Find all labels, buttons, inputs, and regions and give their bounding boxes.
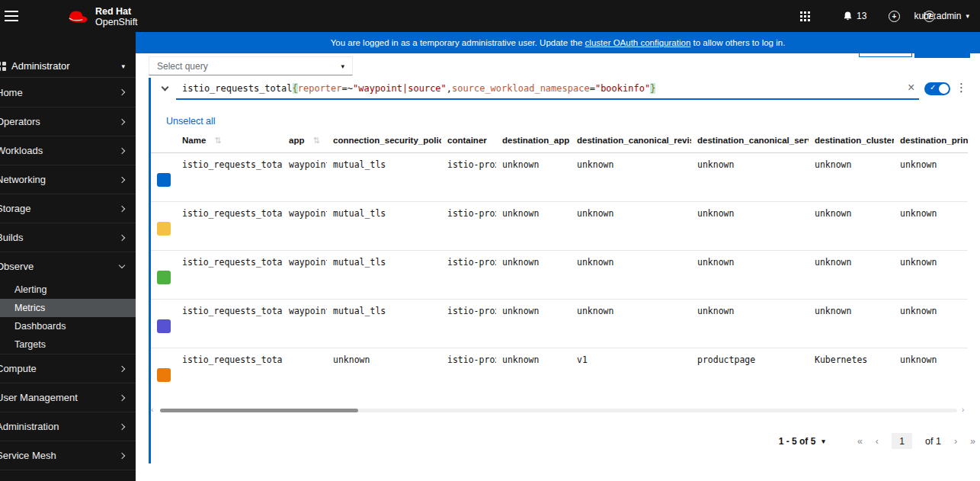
- table-cell: unknown: [571, 202, 691, 251]
- series-color-swatch[interactable]: [157, 173, 171, 187]
- query-segment-op: ,: [447, 83, 452, 94]
- table-cell: [283, 348, 327, 397]
- run-queries-button-partial[interactable]: [914, 53, 970, 58]
- chevron-right-icon: [119, 423, 125, 429]
- column-header-connection-security-policy[interactable]: connection_security_policy⇅: [327, 131, 441, 153]
- sidebar-item-storage[interactable]: Storage: [0, 194, 136, 223]
- pagination: 1 - 5 of 5 ▾ « ‹ 1 of 1 › »: [779, 433, 975, 449]
- cluster-oauth-configuration-link[interactable]: cluster OAuth configuration: [585, 38, 691, 47]
- sidebar-item-operators[interactable]: Operators: [0, 107, 136, 136]
- sidebar-item-label: Compute: [0, 363, 37, 374]
- query-segment-brace: }: [650, 83, 655, 94]
- query-enabled-toggle[interactable]: ✓: [924, 82, 950, 95]
- column-header-label: container: [447, 136, 487, 145]
- pagination-range-dropdown[interactable]: 1 - 5 of 5 ▾: [779, 436, 825, 447]
- query-expression-input[interactable]: istio_requests_total{reporter=~"waypoint…: [176, 78, 919, 100]
- chevron-right-icon: [119, 205, 125, 211]
- sidebar-item-label: Observe: [0, 261, 34, 272]
- previous-page-icon[interactable]: ‹: [876, 436, 879, 447]
- column-header-app[interactable]: app⇅: [283, 131, 327, 153]
- sidebar-item-observe[interactable]: Observe: [0, 252, 136, 281]
- scrollbar-thumb[interactable]: [160, 409, 358, 412]
- series-color-swatch[interactable]: [157, 271, 171, 284]
- table-cell: unknown: [327, 348, 441, 397]
- series-swatch-cell: [151, 202, 176, 251]
- table-cell: waypoint: [283, 300, 327, 348]
- table-row: istio_requests_totalwaypointmutual_tlsis…: [151, 300, 968, 348]
- add-button[interactable]: +: [889, 0, 900, 32]
- sidebar-item-label: Operators: [0, 116, 40, 127]
- table-cell: istio-proxy: [441, 300, 496, 348]
- sidebar-item-compute[interactable]: Compute: [0, 354, 136, 383]
- page-of-label: of 1: [925, 436, 941, 447]
- notifications-button[interactable]: 13: [843, 0, 866, 32]
- column-header-destination-principal[interactable]: destination_principal⇅: [894, 131, 968, 153]
- column-header-name[interactable]: Name⇅: [176, 131, 283, 153]
- sidebar-item-label: Builds: [0, 232, 23, 243]
- column-header-destination-cluster[interactable]: destination_cluster⇅: [809, 131, 894, 153]
- table-cell: Kubernetes: [809, 348, 894, 397]
- sidebar-nav: HomeOperatorsWorkloadsNetworkingStorageB…: [0, 78, 136, 470]
- sidebar-item-targets[interactable]: Targets: [0, 335, 136, 354]
- sidebar-item-label: Administration: [0, 421, 59, 432]
- banner-text-after: to allow others to log in.: [690, 38, 785, 47]
- scroll-left-icon[interactable]: ‹: [151, 406, 153, 414]
- user-name: kube:admin: [914, 11, 961, 21]
- first-page-icon[interactable]: «: [857, 436, 863, 447]
- kebab-menu-icon[interactable]: ⋮: [956, 81, 967, 95]
- sidebar-item-service-mesh[interactable]: Service Mesh: [0, 441, 136, 470]
- table-cell: unknown: [894, 251, 968, 300]
- sidebar-item-home[interactable]: Home: [0, 78, 136, 107]
- column-header-destination-app[interactable]: destination_app⇅: [496, 131, 571, 153]
- table-cell: unknown: [496, 300, 571, 348]
- scroll-right-icon[interactable]: ›: [962, 406, 964, 414]
- sidebar-item-workloads[interactable]: Workloads: [0, 136, 136, 165]
- query-segment-label: source_workload_namespace: [452, 83, 590, 94]
- column-header-destination-canonical-revision[interactable]: destination_canonical_revision⇅: [571, 131, 691, 153]
- table-cell: unknown: [571, 251, 691, 300]
- clear-query-icon[interactable]: ×: [908, 81, 914, 95]
- sidebar-item-administration[interactable]: Administration: [0, 412, 136, 441]
- perspective-label: Administrator: [11, 60, 70, 72]
- table-cell: unknown: [571, 300, 691, 348]
- sidebar-item-alerting[interactable]: Alerting: [0, 281, 136, 299]
- next-page-icon[interactable]: ›: [954, 436, 957, 447]
- user-menu[interactable]: kube:admin ▾: [908, 0, 969, 32]
- table-cell: productpage: [691, 348, 809, 397]
- query-segment-string: "bookinfo": [595, 83, 650, 94]
- sidebar-item-user-management[interactable]: User Management: [0, 383, 136, 412]
- scrollbar-track[interactable]: [160, 409, 957, 412]
- series-color-swatch[interactable]: [157, 222, 171, 236]
- query-segment-brace: {: [293, 83, 298, 94]
- table-row: istio_requests_totalwaypointmutual_tlsis…: [151, 202, 968, 251]
- sidebar-item-dashboards[interactable]: Dashboards: [0, 317, 136, 335]
- last-page-icon[interactable]: »: [970, 436, 975, 447]
- series-color-swatch[interactable]: [157, 319, 171, 333]
- app-launcher-icon[interactable]: [800, 0, 810, 32]
- add-query-button-partial[interactable]: [859, 53, 912, 57]
- perspective-switcher[interactable]: Administrator ▾: [0, 55, 136, 78]
- sidebar-item-builds[interactable]: Builds: [0, 223, 136, 252]
- unselect-all-link[interactable]: Unselect all: [166, 116, 216, 127]
- table-cell: unknown: [496, 153, 571, 202]
- sidebar-divider: [0, 470, 136, 480]
- nav-toggle-hamburger-icon[interactable]: [5, 11, 18, 24]
- sidebar-item-metrics[interactable]: Metrics: [0, 299, 136, 317]
- toggle-knob: [939, 84, 949, 94]
- table-row: istio_requests_totalunknownistio-proxyun…: [151, 348, 968, 397]
- column-header-destination-canonical-service[interactable]: destination_canonical_service⇅: [691, 131, 809, 153]
- series-color-swatch[interactable]: [157, 368, 171, 382]
- sidebar-item-networking[interactable]: Networking: [0, 165, 136, 194]
- sort-icon: ⇅: [214, 136, 221, 145]
- query-segment-op: =: [590, 83, 595, 94]
- query-expand-button[interactable]: [159, 84, 170, 95]
- column-header-container[interactable]: container⇅: [441, 131, 496, 153]
- table-cell: unknown: [894, 153, 968, 202]
- select-query-dropdown[interactable]: Select query ▾: [149, 56, 353, 75]
- horizontal-scrollbar: ‹ ›: [151, 406, 968, 415]
- table-cell: unknown: [496, 348, 571, 397]
- page-number-input[interactable]: 1: [892, 433, 912, 449]
- table-cell: istio-proxy: [441, 348, 496, 397]
- query-segment-label: reporter: [298, 83, 342, 94]
- table-cell: mutual_tls: [327, 251, 441, 300]
